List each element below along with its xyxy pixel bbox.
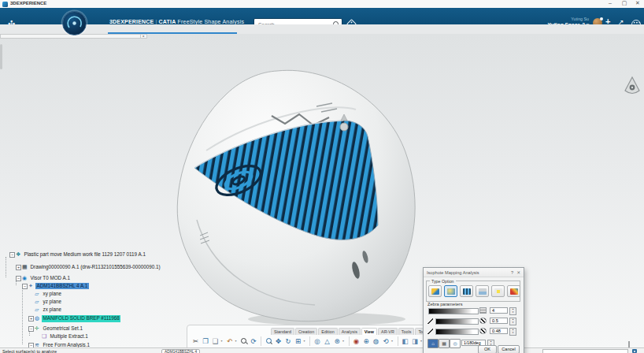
tree-item-label[interactable]: Geometrical Set.1 — [42, 325, 83, 333]
assistant-robot-icon[interactable] — [623, 76, 642, 99]
app-name: FreeStyle Shape Analysis — [178, 19, 245, 24]
render-style-icon[interactable]: ◍ — [372, 336, 380, 346]
command-field[interactable] — [542, 349, 628, 353]
section-tab-standard[interactable]: Standard — [271, 328, 294, 335]
type-highlight-lines-button[interactable] — [428, 285, 442, 297]
update-icon[interactable]: ⟳ — [250, 336, 258, 346]
tree-item-label[interactable]: Visor T0 MOD A.1 — [29, 275, 72, 282]
section-tab-tools[interactable]: Tools — [398, 328, 415, 335]
stripe-number-field[interactable] — [490, 307, 508, 314]
toolbar-overflow-icon[interactable]: ▾ — [304, 339, 307, 343]
cancel-button[interactable]: Cancel — [498, 345, 520, 353]
tree-item-label[interactable]: Plastic part move Medium work file 1129 … — [23, 251, 146, 258]
status-compass-icon[interactable] — [632, 349, 637, 353]
stripe-number-spinner[interactable]: ▴▾ — [509, 307, 516, 315]
stripe-sharpness-slider[interactable] — [435, 329, 479, 335]
look-at-icon[interactable]: ◎ — [313, 336, 322, 346]
application-header: ✣ 3DEXPERIENCE|CATIA FreeStyle Shape Ana… — [0, 8, 644, 24]
close-icon[interactable]: ✕ — [516, 270, 520, 275]
maximize-button[interactable]: ▢ — [619, 0, 630, 6]
type-reflection-lines-button[interactable] — [476, 285, 489, 297]
app-name-bold: CATIA — [159, 19, 176, 24]
hide-show-icon[interactable]: ◧ — [401, 336, 409, 346]
3d-viewport[interactable]: ▸ −❖Plastic part move Medium work file 1… — [0, 34, 644, 347]
turntable-icon[interactable]: ⟲ — [382, 336, 390, 346]
type-option-buttons — [428, 285, 520, 297]
toolbar-overflow-icon[interactable]: ▾ — [235, 339, 239, 343]
material-icon[interactable]: ◉ — [352, 336, 361, 346]
ambience-icon[interactable]: ⊛ — [333, 336, 342, 346]
swap-space-icon[interactable]: ◨ — [411, 336, 420, 346]
tree-item[interactable]: +▦Drawing00000090 A.1 (drw-R113210155563… — [0, 264, 283, 271]
stripe-ratio-slider[interactable] — [435, 318, 479, 325]
user-avatar[interactable] — [62, 11, 87, 35]
undo-icon[interactable]: ↶ — [225, 336, 234, 346]
home-light-button[interactable]: ⌂ — [427, 339, 439, 348]
tree-item[interactable]: −◉Visor T0 MOD A.1 — [0, 275, 283, 282]
zoom-area-icon[interactable]: ⊞ — [294, 336, 302, 346]
tree-item[interactable]: ▱yz plane — [0, 299, 283, 306]
grid-light-button[interactable]: ▦ — [439, 339, 450, 348]
toolbar-overflow-icon[interactable]: ▾ — [221, 339, 224, 343]
type-isophote-mapping-button[interactable] — [444, 285, 457, 297]
stripe-ratio-spinner[interactable]: ▴▾ — [509, 318, 516, 325]
isophote-mapping-dialog[interactable]: Isophote Mapping Analysis ? ✕ Type Optio… — [423, 267, 524, 353]
scroll-arrow-icon[interactable]: ▸ — [140, 35, 146, 39]
section-tab-ar-vr[interactable]: AR-VR — [378, 328, 398, 335]
minimize-button[interactable]: – — [605, 0, 616, 6]
tree-item-label[interactable]: yz plane — [42, 299, 62, 306]
tree-item[interactable]: ▱xy plane — [0, 291, 283, 298]
rotate-icon[interactable]: ↻ — [284, 336, 293, 346]
section-tab-edition[interactable]: Edition — [318, 328, 337, 335]
section-tab-creation[interactable]: Creation — [295, 328, 317, 335]
tree-expander-icon[interactable]: − — [28, 326, 34, 332]
tree-expander-icon[interactable]: − — [9, 252, 15, 258]
tree-item-label[interactable]: Drawing00000090 A.1 (drw-R1132101555639-… — [29, 264, 161, 271]
tree-expander-icon[interactable]: − — [16, 276, 21, 281]
helmet-3d-model[interactable] — [0, 34, 644, 325]
tree-expander-icon[interactable]: + — [16, 265, 21, 270]
tree-item-label[interactable]: xy plane — [42, 291, 62, 298]
type-zebra-mapping-button[interactable] — [460, 285, 473, 297]
dialog-title-bar[interactable]: Isophote Mapping Analysis ? ✕ — [424, 268, 524, 277]
visor-pivot-knob[interactable] — [340, 123, 348, 131]
tree-item[interactable]: ▱zx plane — [0, 307, 283, 314]
zoom-icon[interactable] — [265, 336, 273, 346]
pan-icon[interactable]: ✥ — [274, 336, 283, 346]
type-environment-reflection-button[interactable] — [507, 285, 520, 297]
close-button[interactable]: ✕ — [632, 0, 643, 6]
toolbar-separator — [398, 336, 398, 346]
tree-expander-icon[interactable]: + — [28, 316, 34, 321]
type-lighting-analysis-button[interactable] — [491, 285, 505, 297]
tree-item[interactable]: +◍MANIFOLD SOLID BREP #111968 — [0, 315, 283, 322]
toolbar-overflow-icon[interactable]: ▾ — [391, 339, 394, 343]
perspective-icon[interactable]: △ — [323, 336, 331, 346]
zoom-icon — [266, 338, 272, 344]
zebra-icon — [479, 328, 487, 334]
environment-icon[interactable]: ⊕ — [362, 336, 371, 346]
tree-item-label[interactable]: zx plane — [42, 307, 62, 314]
toolbar-overflow-icon[interactable]: ▾ — [342, 339, 346, 343]
tree-expander-icon[interactable]: − — [22, 284, 28, 289]
tree-item-label[interactable]: ADM141BBSZHL 4 A.1 — [35, 283, 89, 290]
ok-button[interactable]: OK — [478, 345, 497, 353]
tree-item[interactable]: −✦ADM141BBSZHL 4 A.1 — [0, 283, 283, 290]
stripe-sharpness-spinner[interactable]: ▴▾ — [509, 328, 516, 336]
section-tab-analysis[interactable]: Analysis — [339, 328, 361, 335]
tree-item[interactable]: −❖Plastic part move Medium work file 112… — [0, 251, 283, 258]
tree-item-label[interactable]: Multiple Extract.1 — [49, 333, 89, 340]
stripe-sharpness-field[interactable] — [490, 328, 508, 334]
section-tab-view[interactable]: View — [361, 328, 377, 335]
cut-icon[interactable]: ✂ — [191, 336, 200, 346]
help-icon[interactable]: ? — [511, 270, 513, 275]
copy-icon[interactable]: ❐ — [202, 336, 210, 346]
stripe-number-slider[interactable] — [428, 308, 479, 314]
tree-vertical-scrollbar[interactable] — [0, 44, 2, 69]
search-magnifier-icon[interactable] — [239, 336, 248, 346]
tree-item-label[interactable]: MANIFOLD SOLID BREP #111968 — [42, 315, 120, 322]
paste-icon[interactable]: ❑ — [211, 336, 220, 346]
slope-icon — [427, 329, 433, 334]
circular-light-button[interactable]: ◎ — [450, 339, 461, 348]
stripe-ratio-field[interactable] — [490, 318, 508, 324]
selection-chip[interactable]: ADM141BBSZHL 4 — [161, 349, 200, 353]
